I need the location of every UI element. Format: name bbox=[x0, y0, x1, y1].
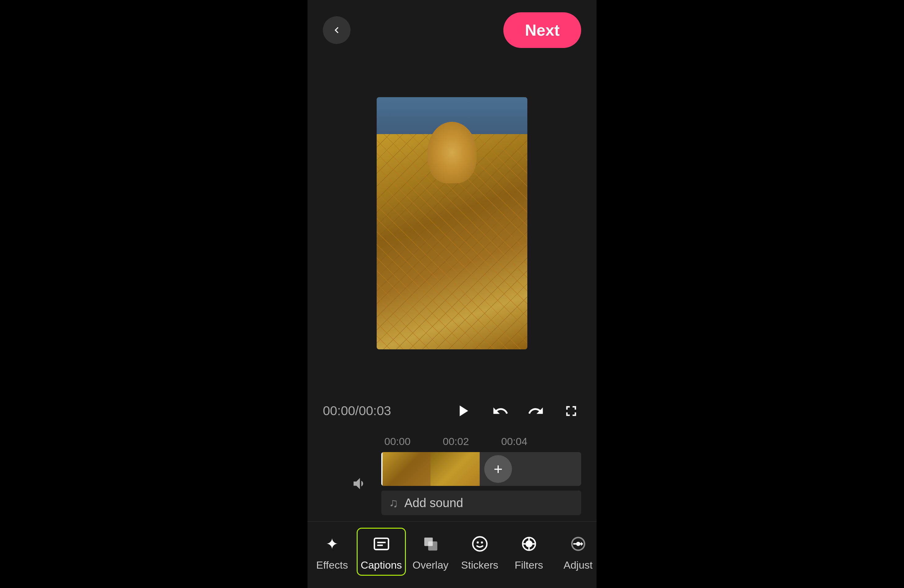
svg-rect-4 bbox=[428, 542, 437, 550]
tool-filters[interactable]: Filters bbox=[504, 528, 553, 576]
total-time: 00:03 bbox=[359, 403, 391, 418]
captions-icon bbox=[370, 532, 393, 555]
stickers-icon bbox=[468, 532, 492, 555]
track-thumbnail-2 bbox=[430, 452, 480, 486]
current-time: 00:00 bbox=[323, 403, 355, 418]
tool-overlay[interactable]: Overlay bbox=[406, 528, 455, 576]
time-display: 00:00/00:03 bbox=[323, 403, 391, 418]
stickers-label: Stickers bbox=[461, 559, 498, 571]
app-container: Next 00:00/00:03 bbox=[308, 0, 596, 588]
fullscreen-button[interactable] bbox=[561, 401, 581, 421]
captions-label: Captions bbox=[361, 559, 402, 571]
time-marker-1: 00:02 bbox=[443, 435, 501, 447]
back-button[interactable] bbox=[323, 16, 351, 44]
track-thumbnail-1 bbox=[381, 452, 430, 486]
time-marker-0: 00:00 bbox=[384, 435, 443, 447]
timeline-markers: 00:00 00:02 00:04 bbox=[323, 435, 581, 447]
adjust-icon bbox=[567, 532, 590, 555]
svg-rect-0 bbox=[374, 538, 388, 550]
filters-icon bbox=[517, 532, 541, 555]
bottom-toolbar: ✦ Effects Captions Overlay Stickers bbox=[308, 521, 596, 588]
tool-effects[interactable]: ✦ Effects bbox=[308, 528, 357, 576]
timeline: 00:00 00:02 00:04 + ♫ Add sound bbox=[308, 435, 596, 521]
overlay-label: Overlay bbox=[412, 559, 448, 571]
header: Next bbox=[308, 0, 596, 57]
play-button[interactable] bbox=[450, 398, 475, 423]
sound-track[interactable]: ♫ Add sound bbox=[381, 490, 581, 515]
volume-icon[interactable] bbox=[348, 471, 372, 496]
undo-button[interactable] bbox=[490, 401, 510, 421]
timeline-track-area: + ♫ Add sound bbox=[323, 452, 581, 515]
playhead bbox=[381, 452, 382, 486]
redo-button[interactable] bbox=[526, 401, 546, 421]
tool-adjust[interactable]: Adjust bbox=[553, 528, 603, 576]
svg-point-5 bbox=[473, 537, 487, 551]
music-icon: ♫ bbox=[389, 496, 398, 510]
time-separator: / bbox=[355, 403, 359, 418]
svg-point-7 bbox=[480, 541, 483, 544]
tool-stickers[interactable]: Stickers bbox=[455, 528, 504, 576]
filters-label: Filters bbox=[515, 559, 543, 571]
add-clip-button[interactable]: + bbox=[484, 455, 512, 483]
video-preview bbox=[308, 57, 596, 389]
video-dog bbox=[421, 122, 483, 208]
effects-label: Effects bbox=[316, 559, 348, 571]
svg-point-8 bbox=[525, 541, 533, 547]
overlay-icon bbox=[419, 532, 442, 555]
tool-captions[interactable]: Captions bbox=[357, 528, 406, 576]
timeline-tracks: + ♫ Add sound bbox=[381, 452, 581, 515]
video-frame bbox=[377, 97, 527, 349]
playback-buttons bbox=[450, 398, 581, 423]
video-track[interactable]: + bbox=[381, 452, 581, 486]
effects-icon: ✦ bbox=[321, 532, 344, 555]
playback-controls: 00:00/00:03 bbox=[308, 389, 596, 435]
next-button[interactable]: Next bbox=[503, 12, 581, 48]
time-marker-2: 00:04 bbox=[501, 435, 559, 447]
adjust-label: Adjust bbox=[564, 559, 593, 571]
add-sound-label: Add sound bbox=[405, 496, 463, 510]
svg-point-6 bbox=[477, 541, 479, 544]
